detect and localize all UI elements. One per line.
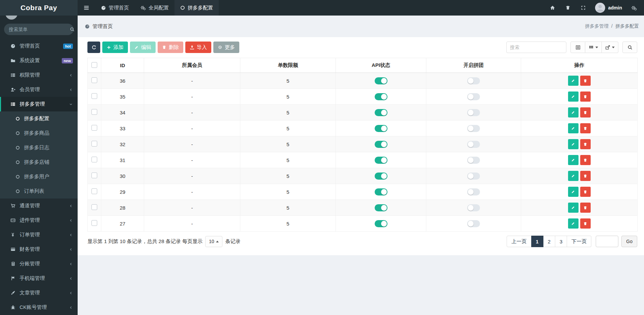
sidebar-subitem-pdd-shops[interactable]: 拼多多店铺 — [0, 155, 78, 169]
group-buy-toggle[interactable] — [467, 109, 480, 116]
page-size-dropdown[interactable]: 10 — [205, 236, 223, 247]
row-checkbox[interactable] — [91, 77, 97, 83]
row-delete-button[interactable] — [580, 107, 591, 117]
group-buy-toggle[interactable] — [467, 188, 480, 195]
sidebar-item-split-accounts[interactable]: 分账管理 — [0, 257, 78, 271]
group-buy-toggle[interactable] — [467, 157, 480, 164]
export-button[interactable] — [602, 42, 618, 53]
sidebar-search-input[interactable] — [9, 27, 70, 32]
api-status-toggle[interactable] — [375, 93, 387, 100]
row-edit-button[interactable] — [568, 203, 579, 213]
nav-tab-pdd-config[interactable]: 拼多多配置 — [175, 0, 219, 16]
group-buy-toggle[interactable] — [467, 93, 480, 100]
sidebar-item-permissions[interactable]: 权限管理 — [0, 68, 78, 82]
sidebar-subitem-pdd-logs[interactable]: 拼多多日志 — [0, 140, 78, 155]
sidebar-item-finance[interactable]: 财务管理 — [0, 242, 78, 257]
row-delete-button[interactable] — [580, 139, 591, 149]
row-checkbox[interactable] — [91, 188, 97, 194]
nav-tab-global-config[interactable]: 全局配置 — [135, 0, 175, 16]
sidebar-subitem-pdd-users[interactable]: 拼多多用户 — [0, 169, 78, 184]
api-status-toggle[interactable] — [375, 188, 387, 195]
table-search-input[interactable] — [506, 42, 566, 53]
edit-button[interactable]: 编辑 — [130, 42, 156, 53]
row-edit-button[interactable] — [568, 76, 579, 86]
row-checkbox[interactable] — [91, 157, 97, 162]
api-status-toggle[interactable] — [375, 157, 387, 164]
select-all-checkbox[interactable] — [91, 62, 97, 68]
delete-button[interactable]: 删除 — [158, 42, 183, 53]
group-buy-toggle[interactable] — [467, 77, 480, 84]
refresh-button[interactable] — [87, 42, 100, 53]
api-status-toggle[interactable] — [375, 220, 387, 227]
api-status-toggle[interactable] — [375, 204, 387, 211]
sidebar-item-mobile[interactable]: 手机端管理 — [0, 271, 78, 286]
page-button-3[interactable]: 3 — [555, 236, 567, 247]
row-edit-button[interactable] — [568, 171, 579, 181]
row-delete-button[interactable] — [580, 155, 591, 165]
api-status-toggle[interactable] — [375, 77, 387, 84]
row-edit-button[interactable] — [568, 187, 579, 197]
sidebar-subitem-order-list[interactable]: 订单列表 — [0, 184, 78, 199]
page-button-2[interactable]: 2 — [543, 236, 555, 247]
page-button-1[interactable]: 1 — [531, 236, 543, 247]
sidebar-item-channels[interactable]: 通道管理 — [0, 199, 78, 213]
breadcrumb-home[interactable]: 管理首页 — [92, 23, 113, 30]
group-buy-toggle[interactable] — [467, 220, 480, 227]
row-delete-button[interactable] — [580, 187, 591, 197]
row-checkbox[interactable] — [91, 109, 97, 115]
api-status-toggle[interactable] — [375, 173, 387, 180]
sidebar-item-orders[interactable]: 订单管理 — [0, 228, 78, 242]
row-edit-button[interactable] — [568, 123, 579, 133]
row-delete-button[interactable] — [580, 171, 591, 181]
row-checkbox[interactable] — [91, 141, 97, 147]
api-status-toggle[interactable] — [375, 125, 387, 132]
sidebar-subitem-pdd-goods[interactable]: 拼多多商品 — [0, 126, 78, 140]
row-edit-button[interactable] — [568, 155, 579, 165]
prev-page-button[interactable]: 上一页 — [507, 236, 531, 247]
search-button[interactable] — [622, 42, 637, 53]
search-icon[interactable] — [70, 27, 75, 32]
row-delete-button[interactable] — [580, 76, 591, 86]
group-buy-toggle[interactable] — [467, 173, 480, 180]
more-button[interactable]: 更多 — [213, 42, 239, 53]
row-checkbox[interactable] — [91, 204, 97, 210]
sidebar-item-members[interactable]: 会员管理 — [0, 82, 78, 97]
group-buy-toggle[interactable] — [467, 125, 480, 132]
sidebar-toggle-button[interactable] — [78, 0, 95, 16]
sidebar-item-pdd-management[interactable]: 拼多多管理 — [0, 97, 78, 111]
user-menu[interactable]: admin — [591, 3, 626, 13]
sidebar-item-dashboard[interactable]: 管理首页 hot — [0, 39, 78, 53]
breadcrumb-parent[interactable]: 拼多多管理 — [585, 23, 609, 29]
detail-view-button[interactable] — [570, 42, 585, 53]
row-edit-button[interactable] — [568, 91, 579, 102]
sidebar-item-articles[interactable]: 文章管理 — [0, 286, 78, 300]
row-checkbox[interactable] — [91, 173, 97, 178]
go-button[interactable]: Go — [621, 236, 637, 247]
import-button[interactable]: 导入 — [185, 42, 211, 53]
trash-icon[interactable] — [560, 0, 575, 16]
row-delete-button[interactable] — [580, 91, 591, 102]
group-buy-toggle[interactable] — [467, 141, 480, 148]
settings-gears-icon[interactable] — [626, 0, 642, 16]
add-button[interactable]: 添加 — [102, 42, 128, 53]
row-checkbox[interactable] — [91, 220, 97, 226]
fullscreen-icon[interactable] — [575, 0, 591, 16]
row-delete-button[interactable] — [580, 203, 591, 213]
next-page-button[interactable]: 下一页 — [567, 236, 591, 247]
group-buy-toggle[interactable] — [467, 204, 480, 211]
row-delete-button[interactable] — [580, 218, 591, 229]
columns-button[interactable] — [585, 42, 602, 53]
row-checkbox[interactable] — [91, 93, 97, 99]
goto-page-input[interactable] — [596, 236, 618, 247]
sidebar-item-ck-accounts[interactable]: CK账号管理 — [0, 300, 78, 315]
api-status-toggle[interactable] — [375, 141, 387, 148]
row-edit-button[interactable] — [568, 218, 579, 229]
row-edit-button[interactable] — [568, 139, 579, 149]
sidebar-item-onboarding[interactable]: 进件管理 — [0, 213, 78, 228]
api-status-toggle[interactable] — [375, 109, 387, 116]
row-checkbox[interactable] — [91, 125, 97, 131]
sidebar-subitem-pdd-config[interactable]: 拼多多配置 — [0, 111, 78, 126]
row-delete-button[interactable] — [580, 123, 591, 133]
sidebar-item-system-settings[interactable]: 系统设置 new — [0, 53, 78, 68]
nav-tab-dashboard[interactable]: 管理首页 — [95, 0, 135, 16]
